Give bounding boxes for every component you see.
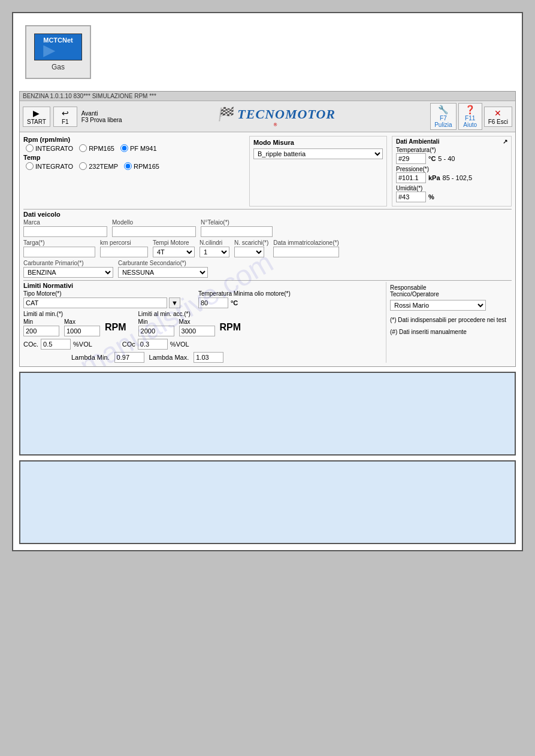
limiti-min-block: Limiti al min.(*) Min Max: [23, 311, 126, 336]
limiti-acc-label: Limiti al min. acc.(*): [138, 311, 241, 317]
temp-232temp[interactable]: 232TEMP: [79, 162, 118, 170]
carburante-secondario-select[interactable]: NESSUNA GPL METANO: [118, 267, 208, 278]
rpm-integrato[interactable]: INTEGRATO: [26, 144, 73, 152]
nscarichi-select[interactable]: [234, 247, 264, 257]
min-acc-input[interactable]: [138, 326, 174, 336]
umidita-label: Umidità(*): [396, 185, 507, 192]
tempi-motore-select[interactable]: 4T 2T: [153, 247, 195, 257]
modo-misura-section: Modo Misura B_ripple batteria: [249, 136, 387, 207]
pressione-label: Pressione(*): [396, 166, 507, 172]
responsabile-label: Responsabile Tecnico/Operatore: [390, 284, 508, 297]
ntelaio-input[interactable]: [201, 226, 273, 237]
ncilindri-select[interactable]: 1 2 3 4: [200, 247, 229, 257]
lambda-min-input[interactable]: [114, 352, 144, 363]
temperatura-label: Temperatura(*): [396, 147, 507, 153]
limiti-rows: Limiti al min.(*) Min Max: [23, 311, 381, 336]
km-input[interactable]: [100, 247, 148, 257]
start-button[interactable]: ▶ START: [23, 107, 50, 127]
rpm-unit-1: RPM: [105, 322, 126, 333]
temperatura-unit: °C: [428, 155, 436, 162]
temperatura-range: 5 - 40: [438, 155, 455, 162]
rpm-rpm165[interactable]: RPM165: [79, 144, 114, 152]
modo-misura-select[interactable]: B_ripple batteria: [253, 148, 383, 159]
rpm-radio-group: INTEGRATO RPM165 PF M941: [26, 144, 244, 152]
pulizia-label: Pulizia: [434, 122, 452, 128]
temp-radio-group: INTEGRATO 232TEMP RPM165: [26, 162, 244, 170]
marca-input[interactable]: [23, 226, 107, 237]
f1-button[interactable]: ↩ F1: [53, 107, 77, 127]
toolbar: ▶ START ↩ F1 Avanti F3 Prova libera 🏁 TE…: [20, 101, 515, 132]
rpm-label: Rpm (rpm/min): [23, 136, 244, 143]
coc-acc-input[interactable]: [138, 339, 168, 350]
pressione-input[interactable]: [396, 172, 426, 183]
limiti-acc-block: Limiti al min. acc.(*) Min Max: [138, 311, 241, 336]
temp-label: Temp: [23, 154, 244, 161]
rpm-integrato-radio[interactable]: [26, 144, 34, 152]
coc-acc-unit: %VOL: [170, 341, 189, 348]
avanti-label: Avanti: [81, 110, 122, 117]
tempi-motore-label: Tempi Motore: [153, 239, 195, 246]
titlebar: BENZINA 1.0.1.10 830*** SIMULAZIONE RPM …: [20, 92, 515, 101]
nscarichi-block: N. scarichi(*): [234, 239, 268, 257]
pulizia-button[interactable]: 🔧 F7 Pulizia: [430, 103, 456, 130]
lambda-min-label: Lambda Min.: [71, 354, 110, 361]
modello-input[interactable]: [112, 226, 196, 237]
carburante-secondario-label: Carburante Secondario(*): [118, 260, 208, 266]
coc-row: COc. %VOL COc %VOL: [23, 339, 381, 350]
responsabile-select[interactable]: Rossi Mario: [390, 300, 486, 311]
data-immatricolazione-input[interactable]: [273, 247, 339, 257]
note1: (*) Dati indispensabili per procedere ne…: [390, 315, 508, 325]
data-immatricolazione-label: Data immatricolazione(*): [273, 239, 339, 246]
carburante-secondario-block: Carburante Secondario(*) NESSUNA GPL MET…: [118, 260, 208, 278]
targa-input[interactable]: [23, 247, 95, 257]
tipo-motore-input[interactable]: [23, 297, 167, 308]
limiti-min-label: Limiti al min.(*): [23, 311, 126, 317]
marca-label: Marca: [23, 219, 107, 226]
rpm-pfm941-radio[interactable]: [120, 144, 128, 152]
ntelaio-label: N°Telaio(*): [201, 219, 273, 226]
targa-label: Targa(*): [23, 239, 95, 246]
rpm-rpm165-radio[interactable]: [79, 144, 87, 152]
rpm-pfm941[interactable]: PF M941: [120, 144, 157, 152]
lambda-max-input[interactable]: [194, 352, 223, 363]
limiti-section: Limiti Normativi Tipo Motore(*) ▼: [23, 282, 381, 363]
limiti-label: Limiti Normativi: [23, 282, 381, 289]
umidita-input[interactable]: [396, 192, 426, 202]
aiuto-button[interactable]: ❓ F11 Aiuto: [458, 103, 482, 130]
targa-block: Targa(*): [23, 239, 95, 257]
temp-rpm165-radio[interactable]: [124, 162, 132, 170]
km-block: km percorsi: [100, 239, 148, 257]
aiuto-icon: ❓: [465, 105, 475, 114]
temp-min-label: Temperatura Minima olio motore(*): [198, 290, 291, 297]
coc-label: COc.: [23, 341, 38, 348]
f6-label: F6 Esci: [488, 119, 508, 125]
dati-ambientali-label: Dati Ambientali: [396, 138, 439, 145]
rpm-temp-section: Rpm (rpm/min) INTEGRATO RPM165: [23, 136, 244, 207]
temp-rpm165[interactable]: RPM165: [124, 162, 159, 170]
responsabile-section: Responsabile Tecnico/Operatore Rossi Mar…: [386, 282, 512, 363]
temperatura-input[interactable]: [396, 153, 426, 164]
min-input[interactable]: [23, 326, 59, 336]
carburante-primario-select[interactable]: BENZINA DIESEL: [23, 267, 113, 278]
ncilindri-label: N.cilindri: [200, 239, 229, 246]
max-acc-input[interactable]: [179, 326, 215, 336]
f7-label: F7: [440, 115, 447, 122]
temp-integrato-radio[interactable]: [26, 162, 34, 170]
max-label-1: Max: [64, 318, 100, 325]
dati-ambientali-icon: ↗: [503, 138, 507, 145]
exit-button[interactable]: ✕ F6 Esci: [484, 107, 512, 127]
ncilindri-block: N.cilindri 1 2 3 4: [200, 239, 229, 257]
tipo-motore-dropdown[interactable]: ▼: [169, 297, 180, 308]
temp-232temp-radio[interactable]: [79, 162, 87, 170]
carburante-primario-block: Carburante Primario(*) BENZINA DIESEL: [23, 260, 113, 278]
tecnomotor-logo: 🏁 TECNOMOTOR ®: [125, 106, 428, 127]
ntelaio-block: N°Telaio(*): [201, 219, 273, 237]
temp-integrato[interactable]: INTEGRATO: [26, 162, 73, 170]
min-label-1: Min: [23, 318, 59, 325]
temp-min-input[interactable]: [198, 297, 228, 308]
pressione-unit: kPa: [428, 174, 440, 181]
coc-unit: %VOL: [73, 341, 92, 348]
logo-brand: MCTCNet: [43, 37, 73, 44]
coc-input[interactable]: [41, 339, 71, 350]
max-input[interactable]: [64, 326, 100, 336]
